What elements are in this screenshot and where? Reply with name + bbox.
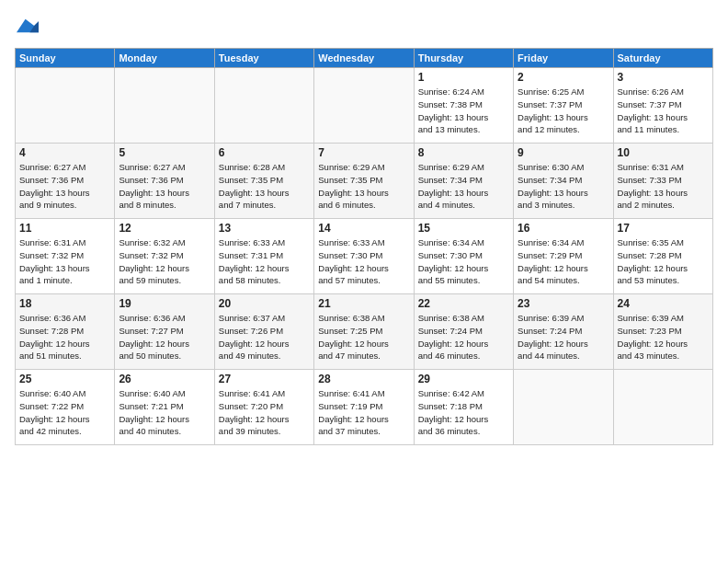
day-cell [613, 370, 712, 445]
day-cell: 28Sunrise: 6:41 AM Sunset: 7:19 PM Dayli… [314, 370, 414, 445]
day-info: Sunrise: 6:42 AM Sunset: 7:18 PM Dayligh… [418, 387, 509, 438]
day-cell: 21Sunrise: 6:38 AM Sunset: 7:25 PM Dayli… [314, 294, 414, 370]
day-cell: 6Sunrise: 6:28 AM Sunset: 7:35 PM Daylig… [214, 144, 313, 219]
day-cell: 8Sunrise: 6:29 AM Sunset: 7:34 PM Daylig… [414, 144, 513, 219]
day-cell: 14Sunrise: 6:33 AM Sunset: 7:30 PM Dayli… [314, 219, 414, 294]
day-number: 29 [418, 373, 509, 385]
day-header-tuesday: Tuesday [214, 49, 313, 68]
day-cell: 4Sunrise: 6:27 AM Sunset: 7:36 PM Daylig… [16, 144, 115, 219]
day-cell [115, 68, 214, 144]
day-number: 6 [219, 146, 310, 159]
day-cell: 11Sunrise: 6:31 AM Sunset: 7:32 PM Dayli… [16, 219, 115, 294]
day-info: Sunrise: 6:34 AM Sunset: 7:30 PM Dayligh… [418, 236, 509, 287]
day-header-sunday: Sunday [16, 49, 115, 68]
calendar-table: SundayMondayTuesdayWednesdayThursdayFrid… [15, 48, 713, 445]
day-cell [214, 68, 313, 144]
day-number: 4 [19, 146, 110, 159]
day-cell: 22Sunrise: 6:38 AM Sunset: 7:24 PM Dayli… [414, 294, 513, 370]
day-header-wednesday: Wednesday [314, 49, 414, 68]
day-info: Sunrise: 6:29 AM Sunset: 7:34 PM Dayligh… [418, 161, 509, 212]
day-cell: 1Sunrise: 6:24 AM Sunset: 7:38 PM Daylig… [414, 68, 513, 144]
day-cell: 16Sunrise: 6:34 AM Sunset: 7:29 PM Dayli… [514, 219, 613, 294]
day-info: Sunrise: 6:31 AM Sunset: 7:32 PM Dayligh… [19, 236, 110, 287]
day-cell: 9Sunrise: 6:30 AM Sunset: 7:34 PM Daylig… [514, 144, 613, 219]
day-number: 2 [518, 71, 609, 84]
calendar-page: SundayMondayTuesdayWednesdayThursdayFrid… [0, 0, 728, 563]
day-cell [514, 370, 613, 445]
day-number: 7 [318, 146, 409, 159]
day-number: 22 [418, 297, 509, 310]
day-info: Sunrise: 6:38 AM Sunset: 7:24 PM Dayligh… [418, 312, 509, 362]
day-number: 16 [518, 222, 609, 235]
day-info: Sunrise: 6:25 AM Sunset: 7:37 PM Dayligh… [518, 86, 609, 136]
day-cell: 5Sunrise: 6:27 AM Sunset: 7:36 PM Daylig… [115, 144, 214, 219]
day-number: 27 [219, 373, 310, 385]
day-info: Sunrise: 6:32 AM Sunset: 7:32 PM Dayligh… [119, 236, 210, 287]
day-header-monday: Monday [115, 49, 214, 68]
day-info: Sunrise: 6:33 AM Sunset: 7:31 PM Dayligh… [219, 236, 310, 287]
day-number: 26 [119, 373, 210, 385]
day-info: Sunrise: 6:31 AM Sunset: 7:33 PM Dayligh… [618, 161, 709, 212]
day-number: 21 [318, 297, 409, 310]
day-info: Sunrise: 6:40 AM Sunset: 7:21 PM Dayligh… [119, 387, 210, 438]
day-info: Sunrise: 6:36 AM Sunset: 7:27 PM Dayligh… [119, 312, 210, 362]
week-row-5: 25Sunrise: 6:40 AM Sunset: 7:22 PM Dayli… [16, 370, 713, 445]
day-info: Sunrise: 6:27 AM Sunset: 7:36 PM Dayligh… [119, 161, 210, 212]
header-row: SundayMondayTuesdayWednesdayThursdayFrid… [16, 49, 713, 68]
day-info: Sunrise: 6:34 AM Sunset: 7:29 PM Dayligh… [518, 236, 609, 287]
day-cell [16, 68, 115, 144]
day-header-saturday: Saturday [613, 49, 712, 68]
header [15, 11, 713, 40]
day-header-thursday: Thursday [414, 49, 513, 68]
day-cell [314, 68, 414, 144]
day-cell: 15Sunrise: 6:34 AM Sunset: 7:30 PM Dayli… [414, 219, 513, 294]
day-cell: 25Sunrise: 6:40 AM Sunset: 7:22 PM Dayli… [16, 370, 115, 445]
day-number: 28 [318, 373, 409, 385]
day-number: 25 [19, 373, 110, 385]
day-cell: 19Sunrise: 6:36 AM Sunset: 7:27 PM Dayli… [115, 294, 214, 370]
day-info: Sunrise: 6:37 AM Sunset: 7:26 PM Dayligh… [219, 312, 310, 362]
day-info: Sunrise: 6:29 AM Sunset: 7:35 PM Dayligh… [318, 161, 409, 212]
day-cell: 12Sunrise: 6:32 AM Sunset: 7:32 PM Dayli… [115, 219, 214, 294]
day-info: Sunrise: 6:30 AM Sunset: 7:34 PM Dayligh… [518, 161, 609, 212]
day-cell: 26Sunrise: 6:40 AM Sunset: 7:21 PM Dayli… [115, 370, 214, 445]
day-info: Sunrise: 6:33 AM Sunset: 7:30 PM Dayligh… [318, 236, 409, 287]
week-row-3: 11Sunrise: 6:31 AM Sunset: 7:32 PM Dayli… [16, 219, 713, 294]
day-number: 12 [119, 222, 210, 235]
day-number: 18 [19, 297, 110, 310]
day-number: 23 [518, 297, 609, 310]
day-number: 13 [219, 222, 310, 235]
day-info: Sunrise: 6:40 AM Sunset: 7:22 PM Dayligh… [19, 387, 110, 438]
day-info: Sunrise: 6:28 AM Sunset: 7:35 PM Dayligh… [219, 161, 310, 212]
logo [15, 15, 39, 40]
day-number: 19 [119, 297, 210, 310]
day-number: 11 [19, 222, 110, 235]
day-number: 15 [418, 222, 509, 235]
day-info: Sunrise: 6:38 AM Sunset: 7:25 PM Dayligh… [318, 312, 409, 362]
week-row-4: 18Sunrise: 6:36 AM Sunset: 7:28 PM Dayli… [16, 294, 713, 370]
day-info: Sunrise: 6:24 AM Sunset: 7:38 PM Dayligh… [418, 86, 509, 136]
day-number: 1 [418, 71, 509, 84]
day-cell: 20Sunrise: 6:37 AM Sunset: 7:26 PM Dayli… [214, 294, 313, 370]
day-cell: 10Sunrise: 6:31 AM Sunset: 7:33 PM Dayli… [613, 144, 712, 219]
day-number: 14 [318, 222, 409, 235]
day-info: Sunrise: 6:36 AM Sunset: 7:28 PM Dayligh… [19, 312, 110, 362]
day-cell: 13Sunrise: 6:33 AM Sunset: 7:31 PM Dayli… [214, 219, 313, 294]
day-info: Sunrise: 6:35 AM Sunset: 7:28 PM Dayligh… [618, 236, 709, 287]
day-number: 10 [618, 146, 709, 159]
day-number: 9 [518, 146, 609, 159]
day-number: 8 [418, 146, 509, 159]
day-info: Sunrise: 6:27 AM Sunset: 7:36 PM Dayligh… [19, 161, 110, 212]
day-number: 17 [618, 222, 709, 235]
day-cell: 7Sunrise: 6:29 AM Sunset: 7:35 PM Daylig… [314, 144, 414, 219]
day-number: 24 [618, 297, 709, 310]
day-cell: 27Sunrise: 6:41 AM Sunset: 7:20 PM Dayli… [214, 370, 313, 445]
day-number: 5 [119, 146, 210, 159]
day-cell: 29Sunrise: 6:42 AM Sunset: 7:18 PM Dayli… [414, 370, 513, 445]
day-number: 20 [219, 297, 310, 310]
day-header-friday: Friday [514, 49, 613, 68]
day-cell: 18Sunrise: 6:36 AM Sunset: 7:28 PM Dayli… [16, 294, 115, 370]
day-cell: 17Sunrise: 6:35 AM Sunset: 7:28 PM Dayli… [613, 219, 712, 294]
day-info: Sunrise: 6:41 AM Sunset: 7:19 PM Dayligh… [318, 387, 409, 438]
logo-icon [17, 15, 39, 37]
